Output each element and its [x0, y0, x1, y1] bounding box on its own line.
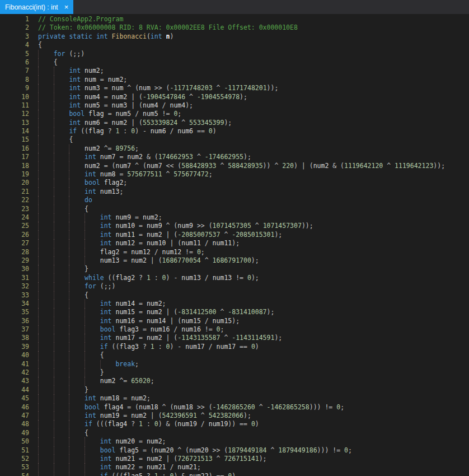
line-number[interactable]: 52	[0, 455, 29, 463]
code-line[interactable]: 22do	[0, 196, 469, 204]
code-line[interactable]: 39if ((flag3 ? 1 : 0) - num17 / num17 ==…	[0, 343, 469, 351]
line-number[interactable]: 36	[0, 317, 29, 325]
code-line[interactable]: 2// Token: 0x06000008 RID: 8 RVA: 0x0000…	[0, 24, 469, 32]
code-line[interactable]: 27int num12 = num10 | (num11 / num11);	[0, 239, 469, 248]
code-line[interactable]: 45int num18 = num2;	[0, 394, 469, 403]
code-line[interactable]: 13int num6 = num2 | (553339824 ^ 5533453…	[0, 119, 469, 127]
code-line[interactable]: 42}	[0, 368, 469, 377]
code-line[interactable]: 32for (;;)	[0, 282, 469, 291]
close-icon[interactable]: ×	[64, 3, 69, 11]
line-number[interactable]: 43	[0, 377, 29, 385]
line-number[interactable]: 39	[0, 343, 29, 351]
line-number[interactable]: 7	[0, 67, 29, 75]
line-number[interactable]: 28	[0, 248, 29, 256]
line-number[interactable]: 50	[0, 437, 29, 446]
line-number[interactable]: 45	[0, 394, 29, 403]
line-number[interactable]: 12	[0, 110, 29, 118]
code-editor[interactable]: 1// ConsoleApp2.Program2// Token: 0x0600…	[0, 14, 469, 476]
code-line[interactable]: 3private static int Fibonacci(int n)	[0, 32, 469, 41]
code-line[interactable]: 28flag2 = num12 / num12 != 0;	[0, 248, 469, 256]
code-line[interactable]: 24int num9 = num2;	[0, 213, 469, 222]
code-line[interactable]: 47int num19 = num2 | (542396591 ^ 542382…	[0, 412, 469, 420]
code-line[interactable]: 11int num5 = num3 | (num4 / num4);	[0, 101, 469, 110]
code-line[interactable]: 51bool flag5 = (num20 ^ (num20 >> (18794…	[0, 446, 469, 455]
line-number[interactable]: 3	[0, 32, 29, 41]
line-number[interactable]: 34	[0, 300, 29, 308]
line-number[interactable]: 13	[0, 119, 29, 127]
line-number[interactable]: 11	[0, 101, 29, 110]
line-number[interactable]: 51	[0, 446, 29, 455]
code-line[interactable]: 50int num20 = num2;	[0, 437, 469, 446]
line-number[interactable]: 8	[0, 76, 29, 84]
code-line[interactable]: 29num13 = num2 | (1686770054 ^ 168679170…	[0, 256, 469, 265]
code-line[interactable]: 40{	[0, 351, 469, 360]
line-number[interactable]: 6	[0, 58, 29, 67]
code-line[interactable]: 36int num16 = num14 | (num15 / num15);	[0, 317, 469, 325]
code-line[interactable]: 16num2 ^= 89756;	[0, 144, 469, 153]
line-number[interactable]: 5	[0, 50, 29, 58]
code-line[interactable]: 54if (((flag5 ? 1 : 0) & num22) == 0)	[0, 472, 469, 476]
code-line[interactable]: 17int num7 = num2 & (174662953 ^ -174662…	[0, 153, 469, 161]
code-line[interactable]: 34int num14 = num2;	[0, 300, 469, 308]
line-number[interactable]: 30	[0, 265, 29, 273]
line-number[interactable]: 46	[0, 403, 29, 412]
line-number[interactable]: 25	[0, 222, 29, 230]
code-line[interactable]: 6{	[0, 58, 469, 67]
line-number[interactable]: 10	[0, 93, 29, 101]
code-line[interactable]: 46bool flag4 = (num18 ^ (num18 >> (-1462…	[0, 403, 469, 412]
line-number[interactable]: 32	[0, 282, 29, 291]
code-line[interactable]: 30}	[0, 265, 469, 273]
code-line[interactable]: 48if (((flag4 ? 1 : 0) & (num19 / num19)…	[0, 420, 469, 428]
line-number[interactable]: 40	[0, 351, 29, 360]
line-number[interactable]: 15	[0, 136, 29, 144]
line-number[interactable]: 54	[0, 472, 29, 476]
line-number[interactable]: 22	[0, 196, 29, 204]
code-line[interactable]: 35int num15 = num2 | (-831412500 ^ -8314…	[0, 308, 469, 316]
line-number[interactable]: 42	[0, 368, 29, 377]
document-tab[interactable]: Fibonacci(int) : int ×	[0, 0, 73, 14]
code-line[interactable]: 20bool flag2;	[0, 179, 469, 187]
line-number[interactable]: 2	[0, 24, 29, 32]
code-line[interactable]: 43num2 ^= 65020;	[0, 377, 469, 385]
line-number[interactable]: 9	[0, 84, 29, 92]
code-line[interactable]: 5for (;;)	[0, 50, 469, 58]
line-number[interactable]: 27	[0, 239, 29, 248]
line-number[interactable]: 23	[0, 205, 29, 213]
line-number[interactable]: 14	[0, 127, 29, 136]
line-number[interactable]: 18	[0, 162, 29, 170]
code-line[interactable]: 52int num21 = num2 | (726721513 ^ 726715…	[0, 455, 469, 463]
code-line[interactable]: 4{	[0, 41, 469, 49]
code-line[interactable]: 12bool flag = num5 / num5 != 0;	[0, 110, 469, 118]
line-number[interactable]: 33	[0, 291, 29, 300]
code-line[interactable]: 37bool flag3 = num16 / num16 != 0;	[0, 325, 469, 334]
line-number[interactable]: 4	[0, 41, 29, 49]
code-line[interactable]: 18num2 = (num7 ^ (num7 << (588428933 ^ 5…	[0, 162, 469, 170]
code-line[interactable]: 53int num22 = num21 / num21;	[0, 463, 469, 472]
line-number[interactable]: 17	[0, 153, 29, 161]
code-line[interactable]: 7int num2;	[0, 67, 469, 75]
line-number[interactable]: 1	[0, 15, 29, 24]
line-number[interactable]: 38	[0, 334, 29, 342]
line-number[interactable]: 31	[0, 274, 29, 282]
line-number[interactable]: 35	[0, 308, 29, 316]
code-line[interactable]: 9int num3 = num ^ (num >> (-1171748203 ^…	[0, 84, 469, 92]
line-number[interactable]: 21	[0, 188, 29, 196]
line-number[interactable]: 26	[0, 231, 29, 239]
line-number[interactable]: 47	[0, 412, 29, 420]
code-line[interactable]: 15{	[0, 136, 469, 144]
code-line[interactable]: 49{	[0, 429, 469, 437]
line-number[interactable]: 41	[0, 360, 29, 368]
line-number[interactable]: 16	[0, 144, 29, 153]
code-line[interactable]: 10int num4 = num2 | (-1904547846 ^ -1904…	[0, 93, 469, 101]
line-number[interactable]: 44	[0, 386, 29, 394]
code-line[interactable]: 14if ((flag ? 1 : 0) - num6 / num6 == 0)	[0, 127, 469, 136]
line-number[interactable]: 49	[0, 429, 29, 437]
code-line[interactable]: 31while ((flag2 ? 1 : 0) - num13 / num13…	[0, 274, 469, 282]
code-line[interactable]: 26int num11 = num2 | (-2085007537 ^ -208…	[0, 231, 469, 239]
code-line[interactable]: 21int num13;	[0, 188, 469, 196]
code-line[interactable]: 23{	[0, 205, 469, 213]
code-line[interactable]: 19int num8 = 575677511 ^ 575677472;	[0, 170, 469, 179]
code-line[interactable]: 8int num = num2;	[0, 76, 469, 84]
code-line[interactable]: 25int num10 = num9 ^ (num9 >> (107145730…	[0, 222, 469, 230]
code-line[interactable]: 41break;	[0, 360, 469, 368]
